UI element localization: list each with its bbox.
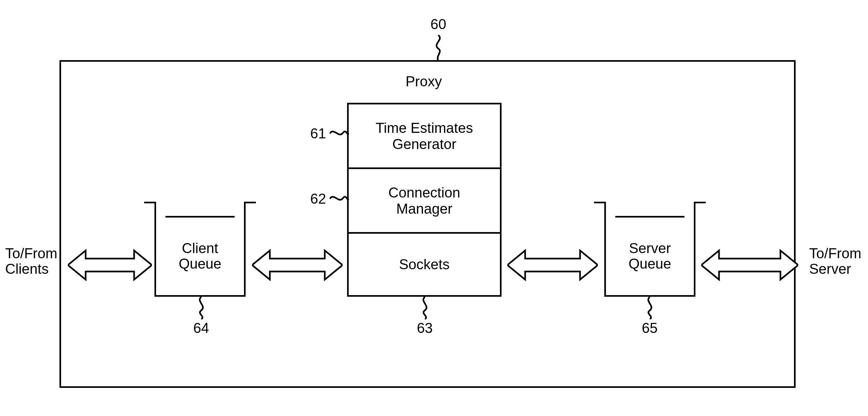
arrow-sockets-serverqueue <box>507 249 598 281</box>
ref-62: 62 <box>310 191 326 207</box>
client-queue-label: Client Queue <box>154 240 246 272</box>
leader-63 <box>417 297 433 319</box>
leader-62 <box>330 191 349 207</box>
svg-marker-3 <box>701 250 798 279</box>
arrow-clients-clientqueue-ext <box>68 249 152 281</box>
proxy-title: Proxy <box>406 74 442 89</box>
ref-65: 65 <box>642 320 658 336</box>
arrow-serverqueue-server-ext <box>701 249 798 281</box>
arrow-clientqueue-sockets <box>252 249 343 281</box>
ref-61: 61 <box>310 125 326 142</box>
server-queue-label: Server Queue <box>604 240 695 272</box>
to-from-server-label: To/From Server <box>809 246 861 277</box>
server-queue: Server Queue <box>604 202 695 297</box>
svg-marker-1 <box>252 250 343 279</box>
to-from-clients-label: To/From Clients <box>5 246 57 277</box>
svg-marker-2 <box>507 250 598 279</box>
svg-marker-0 <box>68 250 152 279</box>
leader-61 <box>330 125 349 142</box>
ref-64: 64 <box>193 320 209 336</box>
time-estimates-generator-box: Time Estimates Generator <box>347 103 501 168</box>
client-queue: Client Queue <box>154 202 246 297</box>
leader-65 <box>642 297 658 319</box>
leader-64 <box>193 297 209 319</box>
connection-manager-box: Connection Manager <box>347 168 501 232</box>
sockets-box: Sockets <box>347 232 501 297</box>
ref-63: 63 <box>417 320 433 336</box>
ref-60: 60 <box>430 16 446 32</box>
leader-60 <box>432 35 448 61</box>
